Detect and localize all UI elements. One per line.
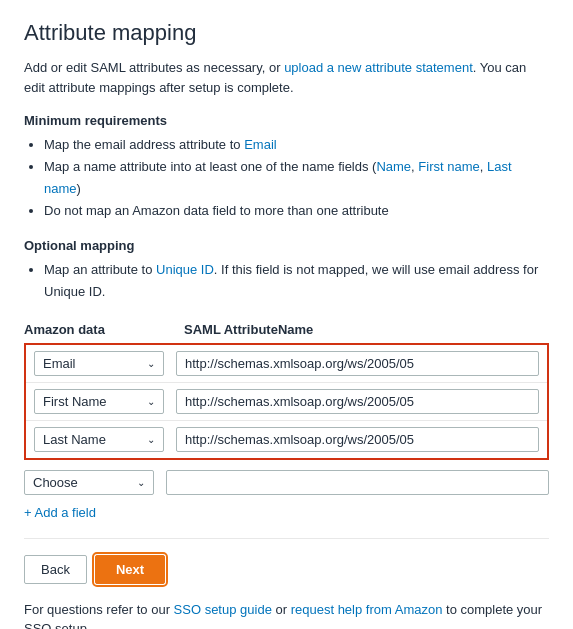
min-req-title: Minimum requirements (24, 113, 549, 128)
next-button[interactable]: Next (95, 555, 165, 584)
min-req-item-2: Map a name attribute into at least one o… (44, 156, 549, 200)
chevron-down-icon: ⌄ (147, 396, 155, 407)
intro-text: Add or edit SAML attributes as necessary… (24, 60, 284, 75)
footer-text: For questions refer to our SSO setup gui… (24, 600, 549, 629)
sso-guide-link[interactable]: SSO setup guide (174, 602, 272, 617)
lastname-select[interactable]: Last Name ⌄ (34, 427, 164, 452)
chevron-down-icon: ⌄ (147, 358, 155, 369)
add-field-link[interactable]: + Add a field (24, 505, 549, 520)
min-req-list: Map the email address attribute to Email… (24, 134, 549, 222)
lastname-saml-input[interactable] (176, 427, 539, 452)
upload-statement-link[interactable]: upload a new attribute statement (284, 60, 473, 75)
button-row: Back Next (24, 555, 549, 584)
unique-id-link[interactable]: Unique ID (156, 262, 214, 277)
page-title: Attribute mapping (24, 20, 549, 46)
intro-paragraph: Add or edit SAML attributes as necessary… (24, 58, 549, 97)
firstname-link[interactable]: First name (418, 159, 479, 174)
footer-text-1: For questions refer to our (24, 602, 174, 617)
choose-saml-input[interactable] (166, 470, 549, 495)
choose-row: Choose ⌄ (24, 470, 549, 495)
chevron-down-icon: ⌄ (137, 477, 145, 488)
choose-select-label: Choose (33, 475, 78, 490)
min-req-item-1: Map the email address attribute to Email (44, 134, 549, 156)
table-row: First Name ⌄ (26, 383, 547, 421)
min-req-item-3: Do not map an Amazon data field to more … (44, 200, 549, 222)
firstname-saml-input[interactable] (176, 389, 539, 414)
email-select[interactable]: Email ⌄ (34, 351, 164, 376)
choose-select[interactable]: Choose ⌄ (24, 470, 154, 495)
table-row: Email ⌄ (26, 345, 547, 383)
email-select-label: Email (43, 356, 76, 371)
footer-text-2: or (272, 602, 291, 617)
table-header: Amazon data SAML AttributeName (24, 322, 549, 337)
col-amazon-header: Amazon data (24, 322, 184, 337)
back-button[interactable]: Back (24, 555, 87, 584)
lastname-select-label: Last Name (43, 432, 106, 447)
table-row: Last Name ⌄ (26, 421, 547, 458)
opt-list: Map an attribute to Unique ID. If this f… (24, 259, 549, 303)
firstname-select[interactable]: First Name ⌄ (34, 389, 164, 414)
request-help-link[interactable]: request help from Amazon (291, 602, 443, 617)
mapped-rows-container: Email ⌄ First Name ⌄ Last Name ⌄ (24, 343, 549, 460)
divider (24, 538, 549, 539)
optional-section: Optional mapping Map an attribute to Uni… (24, 238, 549, 303)
chevron-down-icon: ⌄ (147, 434, 155, 445)
email-link[interactable]: Email (244, 137, 277, 152)
opt-item-1: Map an attribute to Unique ID. If this f… (44, 259, 549, 303)
email-saml-input[interactable] (176, 351, 539, 376)
col-saml-header: SAML AttributeName (184, 322, 549, 337)
firstname-select-label: First Name (43, 394, 107, 409)
opt-title: Optional mapping (24, 238, 549, 253)
name-link[interactable]: Name (376, 159, 411, 174)
